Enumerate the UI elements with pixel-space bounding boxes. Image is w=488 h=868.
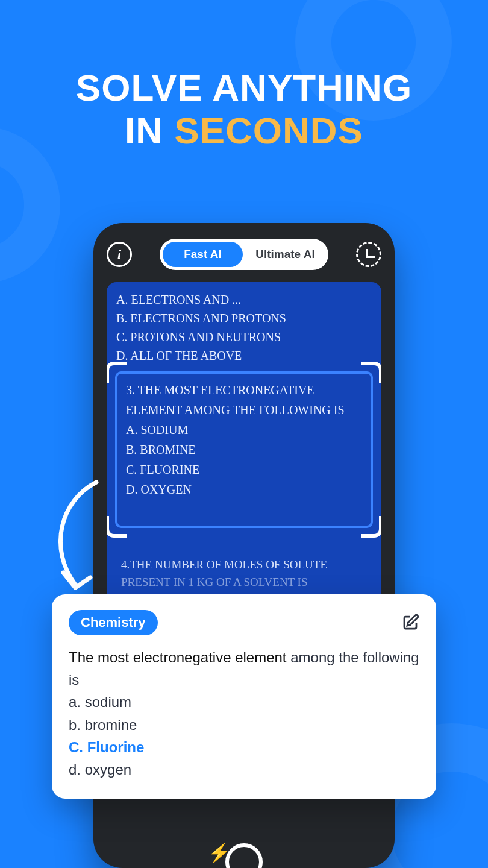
shutter-button[interactable] (225, 843, 263, 868)
option-d: d. oxygen (69, 758, 419, 781)
headline-line1: SOLVE ANYTHING (0, 66, 488, 109)
edit-icon[interactable] (401, 614, 419, 632)
history-icon[interactable] (356, 242, 381, 267)
headline-line2: IN SECONDS (0, 109, 488, 152)
segment-fast-ai[interactable]: Fast AI (163, 242, 243, 267)
headline-accent: SECONDS (174, 110, 363, 151)
answer-body: The most electronegative element among t… (69, 646, 419, 781)
subject-pill[interactable]: Chemistry (69, 610, 158, 635)
info-icon[interactable]: i (107, 242, 132, 267)
option-b: b. bromine (69, 714, 419, 736)
arrow-icon (42, 476, 114, 597)
option-a: a. sodium (69, 691, 419, 713)
camera-viewfinder[interactable]: A. ELECTRONS AND ... B. ELECTRONS AND PR… (107, 282, 381, 602)
segment-ultimate-ai[interactable]: Ultimate AI (245, 242, 325, 267)
camera-bottom-bar: ⚡ (93, 832, 395, 868)
marketing-headline: SOLVE ANYTHING IN SECONDS (0, 66, 488, 153)
option-c-answer: C. Fluorine (69, 736, 419, 758)
crop-frame[interactable]: 3. THE MOST ELECTRONEGATIVE ELEMENT AMON… (115, 371, 373, 528)
answer-card: Chemistry The most electronegative eleme… (52, 594, 436, 799)
question-lead: The most electronegative element (69, 649, 290, 665)
viewfinder-below-text: 4.THE NUMBER OF MOLES OF SOLUTE PRESENT … (121, 556, 372, 591)
ai-mode-segmented[interactable]: Fast AI Ultimate AI (160, 239, 328, 270)
